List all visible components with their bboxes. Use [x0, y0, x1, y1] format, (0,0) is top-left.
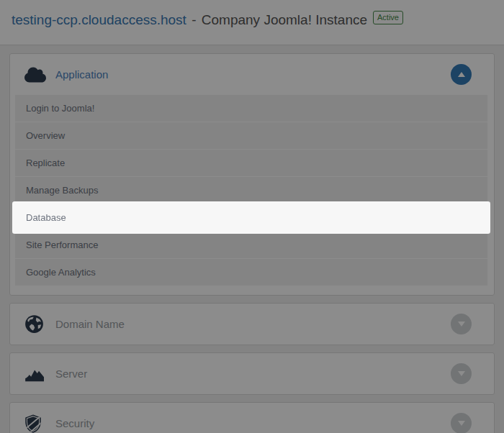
menu-item-replicate[interactable]: Replicate	[15, 150, 487, 176]
section-label-application: Application	[55, 65, 108, 85]
site-link[interactable]: testing-ccp.cloudaccess.host	[12, 12, 186, 27]
chevron-up-icon	[458, 72, 465, 77]
application-menu: Login to Joomla!OverviewReplicateManage …	[10, 95, 494, 295]
section-label-security: Security	[55, 414, 94, 433]
title-separator: -	[192, 12, 196, 27]
section-label-domain-name: Domain Name	[55, 314, 125, 334]
chevron-down-icon	[458, 371, 465, 376]
shield-icon	[24, 414, 46, 433]
instance-title: Company Joomla! Instance	[202, 12, 367, 27]
section-application-header[interactable]: Application	[10, 54, 494, 95]
chevron-down-icon	[458, 421, 465, 426]
menu-item-login-to-joomla[interactable]: Login to Joomla!	[15, 95, 487, 122]
globe-icon	[24, 314, 46, 334]
status-badge: Active	[373, 11, 403, 24]
collapse-application-button[interactable]	[451, 64, 472, 85]
expand-server-button[interactable]	[451, 363, 472, 384]
menu-item-google-analytics[interactable]: Google Analytics	[15, 259, 487, 286]
section-application: Application Login to Joomla!OverviewRepl…	[9, 53, 495, 296]
expand-security-button[interactable]	[451, 413, 472, 433]
page-title: testing-ccp.cloudaccess.host - Company J…	[12, 11, 492, 29]
cloud-icon	[24, 65, 46, 85]
section-security-header[interactable]: Security	[10, 403, 494, 433]
menu-item-database[interactable]: Database	[15, 204, 487, 231]
instance-header: testing-ccp.cloudaccess.host - Company J…	[0, 0, 504, 45]
area-chart-icon	[24, 364, 46, 384]
chevron-down-icon	[458, 322, 465, 327]
expand-domain-name-button[interactable]	[451, 314, 472, 334]
section-security: Security	[9, 402, 495, 433]
section-domain-name: Domain Name	[9, 303, 495, 345]
accordion: Application Login to Joomla!OverviewRepl…	[0, 45, 504, 433]
menu-item-site-performance[interactable]: Site Performance	[15, 232, 487, 258]
section-server-header[interactable]: Server	[10, 353, 494, 394]
section-domain-name-header[interactable]: Domain Name	[10, 304, 494, 345]
menu-item-manage-backups[interactable]: Manage Backups	[15, 177, 487, 204]
section-server: Server	[9, 352, 495, 395]
section-label-server: Server	[55, 364, 87, 384]
menu-item-overview[interactable]: Overview	[15, 122, 487, 149]
